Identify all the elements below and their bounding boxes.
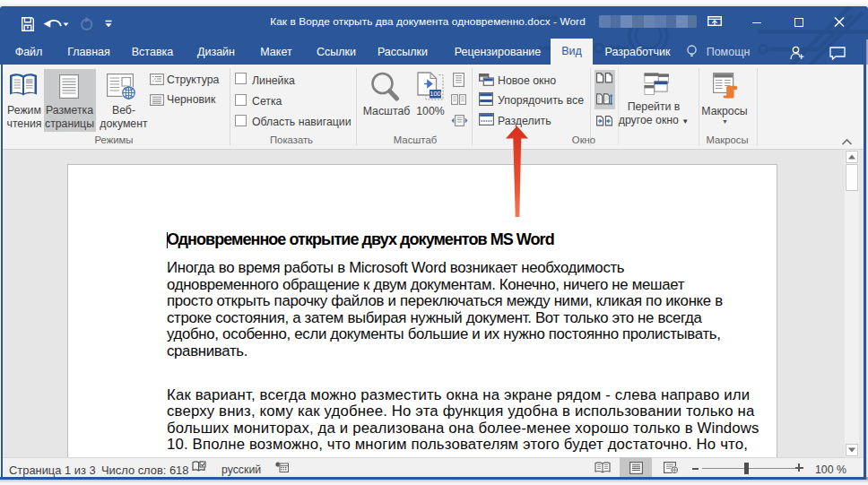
svg-text:100: 100 bbox=[430, 90, 441, 98]
